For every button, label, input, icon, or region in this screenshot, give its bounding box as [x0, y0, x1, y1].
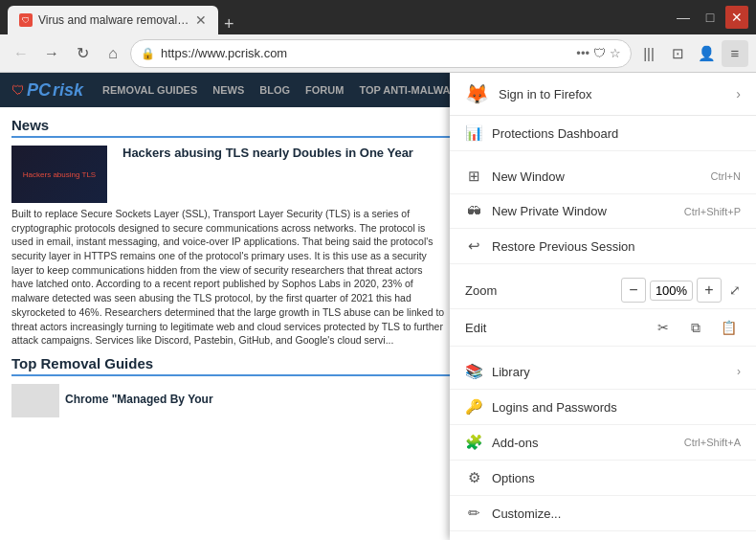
reload-button[interactable]: ↻ [69, 40, 96, 67]
library-left: 📚 Library [465, 363, 530, 380]
active-tab[interactable]: 🛡 Virus and malware removal ins... ✕ [8, 6, 218, 34]
edit-label: Edit [465, 321, 651, 335]
options-label: Options [492, 471, 535, 485]
sign-in-title: Sign in to Firefox [499, 87, 592, 101]
new-private-left: 🕶 New Private Window [465, 203, 607, 219]
tab-close-button[interactable]: ✕ [195, 12, 207, 28]
new-tab-button[interactable]: + [224, 14, 234, 34]
back-button[interactable]: ← [8, 40, 34, 67]
restore-session-item[interactable]: ↩ Restore Previous Session [450, 229, 756, 264]
dots-icon[interactable]: ••• [576, 46, 589, 60]
removal-item-title[interactable]: Chrome "Managed By Your [65, 393, 213, 406]
options-left: ⚙ Options [465, 469, 535, 486]
addons-shortcut: Ctrl+Shift+A [684, 437, 741, 448]
title-bar: 🛡 Virus and malware removal ins... ✕ + —… [0, 0, 756, 34]
zoom-plus-button[interactable]: + [697, 278, 722, 303]
new-window-left: ⊞ New Window [465, 168, 565, 185]
minimize-button[interactable]: — [672, 6, 695, 29]
main-article-title[interactable]: Hackers abusing TLS nearly Doubles in On… [122, 146, 413, 160]
home-button[interactable]: ⌂ [100, 40, 126, 67]
restore-left: ↩ Restore Previous Session [465, 237, 635, 255]
logins-icon: 🔑 [465, 398, 482, 416]
removal-thumb [11, 384, 59, 417]
tabs-button[interactable]: ⊡ [664, 40, 691, 67]
hamburger-menu-button[interactable]: ≡ [722, 40, 748, 67]
removal-section-title: Top Removal Guides [11, 355, 464, 376]
site-logo: 🛡 PC risk [11, 80, 83, 101]
navigation-bar: ← → ↻ ⌂ 🔒 https://www.pcrisk.com ••• 🛡 ☆… [0, 34, 756, 73]
zoom-label: Zoom [465, 283, 621, 298]
library-icon: 📚 [465, 363, 482, 380]
logins-left: 🔑 Logins and Passwords [465, 398, 617, 416]
library-item[interactable]: 📚 Library › [450, 354, 756, 390]
zoom-row: Zoom − 100% + ⤢ [450, 272, 756, 309]
nav-removal-guides[interactable]: REMOVAL GUIDES [102, 84, 197, 96]
profile-button[interactable]: 👤 [693, 40, 720, 67]
new-private-shortcut: Ctrl+Shift+P [684, 206, 741, 217]
tab-area: 🛡 Virus and malware removal ins... ✕ + [8, 0, 672, 34]
library-chevron-icon: › [737, 365, 741, 378]
window-controls: — □ ✕ [672, 6, 748, 29]
restore-icon: ↩ [465, 237, 482, 255]
star-icon[interactable]: ☆ [610, 46, 621, 60]
customize-item[interactable]: ✏ Customize... [450, 496, 756, 531]
thumb-text: Hackers abusing TLS [23, 170, 96, 179]
tab-title: Virus and malware removal ins... [38, 13, 189, 27]
protections-dashboard-item[interactable]: 📊 Protections Dashboard [450, 116, 756, 151]
tab-favicon: 🛡 [19, 13, 33, 27]
maximize-button[interactable]: □ [699, 6, 722, 29]
private-window-icon: 🕶 [465, 203, 482, 219]
options-item[interactable]: ⚙ Options [450, 461, 756, 496]
zoom-controls: − 100% + ⤢ [621, 278, 741, 303]
logins-item[interactable]: 🔑 Logins and Passwords [450, 390, 756, 425]
logins-label: Logins and Passwords [492, 400, 617, 415]
new-window-shortcut: Ctrl+N [711, 170, 741, 182]
new-private-window-item[interactable]: 🕶 New Private Window Ctrl+Shift+P [450, 194, 756, 229]
main-article-content: Hackers abusing TLS nearly Doubles in On… [122, 146, 413, 203]
logo-pc: PC [27, 80, 51, 101]
cut-button[interactable]: ✂ [651, 315, 676, 340]
edit-icons: ✂ ⧉ 📋 [651, 315, 741, 340]
firefox-menu: 🦊 Sign in to Firefox › 📊 Protections Das… [450, 73, 756, 540]
addons-left: 🧩 Add-ons [465, 434, 538, 451]
main-article: Hackers abusing TLS Hackers abusing TLS … [11, 146, 446, 348]
sign-in-chevron-icon: › [736, 86, 741, 101]
sign-in-left: 🦊 Sign in to Firefox [465, 82, 592, 105]
shield-icon[interactable]: 🛡 [593, 46, 606, 60]
address-text: https://www.pcrisk.com [161, 46, 570, 60]
sign-in-text-block: Sign in to Firefox [499, 87, 592, 101]
nav-right-icons: ||| ⊡ 👤 ≡ [635, 40, 748, 67]
main-article-thumbnail: Hackers abusing TLS [11, 146, 107, 203]
zoom-minus-button[interactable]: − [621, 278, 646, 303]
removal-section: Top Removal Guides Chrome "Managed By Yo… [11, 355, 464, 417]
address-bar[interactable]: 🔒 https://www.pcrisk.com ••• 🛡 ☆ [130, 39, 632, 68]
forward-button[interactable]: → [38, 40, 65, 67]
addons-item[interactable]: 🧩 Add-ons Ctrl+Shift+A [450, 425, 756, 461]
close-button[interactable]: ✕ [725, 6, 748, 29]
paste-button[interactable]: 📋 [716, 315, 741, 340]
lock-icon: 🔒 [141, 47, 155, 60]
edit-row: Edit ✂ ⧉ 📋 [450, 309, 756, 347]
nav-forum[interactable]: FORUM [305, 84, 344, 96]
zoom-value: 100% [650, 281, 693, 301]
new-window-item[interactable]: ⊞ New Window Ctrl+N [450, 159, 756, 194]
copy-button[interactable]: ⧉ [683, 315, 708, 340]
protections-icon: 📊 [465, 124, 482, 142]
addons-icon: 🧩 [465, 434, 482, 451]
nav-news[interactable]: NEWS [212, 84, 244, 96]
protections-left: 📊 Protections Dashboard [465, 124, 618, 142]
new-private-label: New Private Window [492, 204, 607, 218]
nav-blog[interactable]: BLOG [259, 84, 290, 96]
sign-in-item[interactable]: 🦊 Sign in to Firefox › [450, 73, 756, 116]
bookmarks-button[interactable]: ||| [635, 40, 662, 67]
new-window-icon: ⊞ [465, 168, 482, 185]
customize-label: Customize... [492, 506, 561, 521]
new-window-label: New Window [492, 169, 565, 184]
zoom-expand-icon[interactable]: ⤢ [729, 282, 741, 298]
logo-risk: risk [53, 80, 83, 101]
options-icon: ⚙ [465, 469, 482, 486]
address-icons: ••• 🛡 ☆ [576, 46, 621, 60]
addons-label: Add-ons [492, 436, 538, 450]
website-content: 🛡 PC risk REMOVAL GUIDES NEWS BLOG FORUM… [0, 73, 756, 540]
logo-shield-icon: 🛡 [11, 82, 25, 98]
